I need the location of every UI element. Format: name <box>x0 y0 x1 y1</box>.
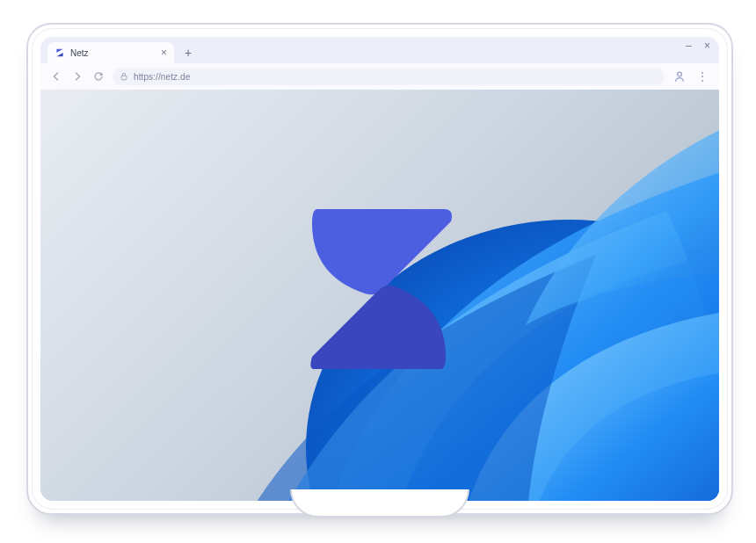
window-minimize-button[interactable]: – <box>686 40 692 51</box>
back-button[interactable] <box>49 69 63 83</box>
url-text: https://netz.de <box>134 72 190 82</box>
lock-icon <box>120 72 128 81</box>
device-notch <box>290 489 469 518</box>
address-bar[interactable]: https://netz.de <box>113 68 665 85</box>
kebab-menu-icon[interactable]: ⋮ <box>694 69 710 84</box>
forward-button[interactable] <box>70 69 84 83</box>
svg-point-3 <box>678 72 682 76</box>
toolbar: https://netz.de ⋮ <box>40 63 719 90</box>
profile-button[interactable] <box>672 69 687 84</box>
window-close-button[interactable]: × <box>704 40 710 51</box>
svg-marker-0 <box>56 49 62 53</box>
tab-close-icon[interactable]: × <box>159 47 169 58</box>
svg-rect-2 <box>121 76 127 80</box>
browser-window: Netz × + – × <box>40 37 719 501</box>
tab-title: Netz <box>70 48 154 58</box>
browser-tab[interactable]: Netz × <box>47 42 174 63</box>
device-frame: Netz × + – × <box>26 23 733 515</box>
page-viewport <box>40 90 719 501</box>
window-controls: – × <box>686 40 710 51</box>
reload-button[interactable] <box>91 69 105 83</box>
svg-marker-1 <box>56 53 62 56</box>
tab-strip: Netz × + – × <box>40 37 719 63</box>
netz-logo <box>296 195 463 380</box>
netz-logo-icon <box>55 47 65 58</box>
new-tab-button[interactable]: + <box>179 44 197 62</box>
